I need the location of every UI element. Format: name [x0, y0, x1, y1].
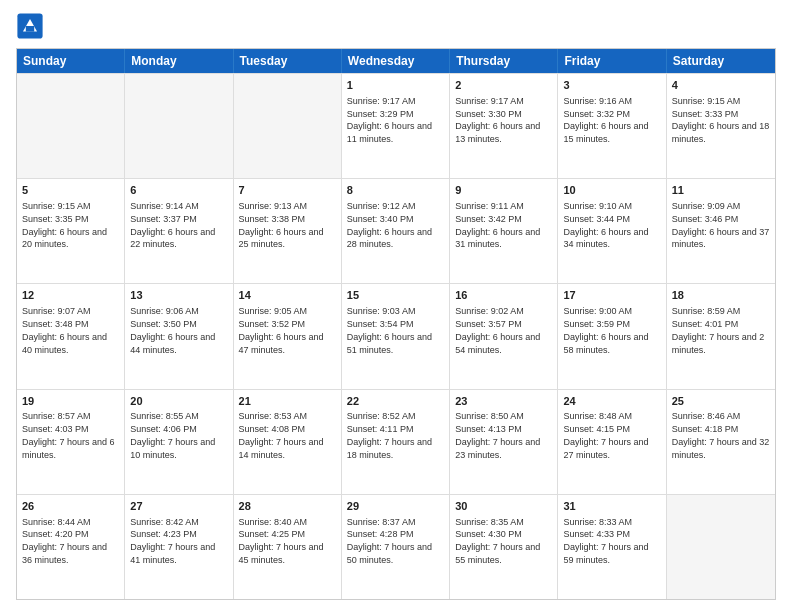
day-number-16: 16	[455, 288, 552, 303]
day-number-26: 26	[22, 499, 119, 514]
calendar-row-0: 1Sunrise: 9:17 AMSunset: 3:29 PMDaylight…	[17, 73, 775, 178]
day-24: 24Sunrise: 8:48 AMSunset: 4:15 PMDayligh…	[558, 390, 666, 494]
day-number-27: 27	[130, 499, 227, 514]
day-6: 6Sunrise: 9:14 AMSunset: 3:37 PMDaylight…	[125, 179, 233, 283]
calendar-body: 1Sunrise: 9:17 AMSunset: 3:29 PMDaylight…	[17, 73, 775, 599]
day-14: 14Sunrise: 9:05 AMSunset: 3:52 PMDayligh…	[234, 284, 342, 388]
day-number-24: 24	[563, 394, 660, 409]
weekday-thursday: Thursday	[450, 49, 558, 73]
day-number-17: 17	[563, 288, 660, 303]
day-number-10: 10	[563, 183, 660, 198]
day-info-13: Sunrise: 9:06 AMSunset: 3:50 PMDaylight:…	[130, 306, 215, 354]
day-info-14: Sunrise: 9:05 AMSunset: 3:52 PMDaylight:…	[239, 306, 324, 354]
day-info-31: Sunrise: 8:33 AMSunset: 4:33 PMDaylight:…	[563, 517, 648, 565]
calendar-row-4: 26Sunrise: 8:44 AMSunset: 4:20 PMDayligh…	[17, 494, 775, 599]
day-22: 22Sunrise: 8:52 AMSunset: 4:11 PMDayligh…	[342, 390, 450, 494]
day-number-9: 9	[455, 183, 552, 198]
day-2: 2Sunrise: 9:17 AMSunset: 3:30 PMDaylight…	[450, 74, 558, 178]
day-info-25: Sunrise: 8:46 AMSunset: 4:18 PMDaylight:…	[672, 411, 770, 459]
day-3: 3Sunrise: 9:16 AMSunset: 3:32 PMDaylight…	[558, 74, 666, 178]
day-info-6: Sunrise: 9:14 AMSunset: 3:37 PMDaylight:…	[130, 201, 215, 249]
day-info-23: Sunrise: 8:50 AMSunset: 4:13 PMDaylight:…	[455, 411, 540, 459]
day-15: 15Sunrise: 9:03 AMSunset: 3:54 PMDayligh…	[342, 284, 450, 388]
day-9: 9Sunrise: 9:11 AMSunset: 3:42 PMDaylight…	[450, 179, 558, 283]
day-number-13: 13	[130, 288, 227, 303]
empty-cell-0-0	[17, 74, 125, 178]
logo-icon	[16, 12, 44, 40]
day-19: 19Sunrise: 8:57 AMSunset: 4:03 PMDayligh…	[17, 390, 125, 494]
day-info-20: Sunrise: 8:55 AMSunset: 4:06 PMDaylight:…	[130, 411, 215, 459]
day-11: 11Sunrise: 9:09 AMSunset: 3:46 PMDayligh…	[667, 179, 775, 283]
day-18: 18Sunrise: 8:59 AMSunset: 4:01 PMDayligh…	[667, 284, 775, 388]
day-info-29: Sunrise: 8:37 AMSunset: 4:28 PMDaylight:…	[347, 517, 432, 565]
calendar-header: SundayMondayTuesdayWednesdayThursdayFrid…	[17, 49, 775, 73]
day-info-11: Sunrise: 9:09 AMSunset: 3:46 PMDaylight:…	[672, 201, 770, 249]
day-7: 7Sunrise: 9:13 AMSunset: 3:38 PMDaylight…	[234, 179, 342, 283]
day-30: 30Sunrise: 8:35 AMSunset: 4:30 PMDayligh…	[450, 495, 558, 599]
day-info-19: Sunrise: 8:57 AMSunset: 4:03 PMDaylight:…	[22, 411, 115, 459]
day-info-18: Sunrise: 8:59 AMSunset: 4:01 PMDaylight:…	[672, 306, 765, 354]
day-number-7: 7	[239, 183, 336, 198]
day-28: 28Sunrise: 8:40 AMSunset: 4:25 PMDayligh…	[234, 495, 342, 599]
day-21: 21Sunrise: 8:53 AMSunset: 4:08 PMDayligh…	[234, 390, 342, 494]
day-info-28: Sunrise: 8:40 AMSunset: 4:25 PMDaylight:…	[239, 517, 324, 565]
day-number-30: 30	[455, 499, 552, 514]
day-info-16: Sunrise: 9:02 AMSunset: 3:57 PMDaylight:…	[455, 306, 540, 354]
svg-rect-2	[26, 26, 34, 32]
day-number-22: 22	[347, 394, 444, 409]
day-number-19: 19	[22, 394, 119, 409]
day-number-12: 12	[22, 288, 119, 303]
weekday-friday: Friday	[558, 49, 666, 73]
day-number-6: 6	[130, 183, 227, 198]
day-4: 4Sunrise: 9:15 AMSunset: 3:33 PMDaylight…	[667, 74, 775, 178]
day-number-28: 28	[239, 499, 336, 514]
day-8: 8Sunrise: 9:12 AMSunset: 3:40 PMDaylight…	[342, 179, 450, 283]
calendar: SundayMondayTuesdayWednesdayThursdayFrid…	[16, 48, 776, 600]
day-13: 13Sunrise: 9:06 AMSunset: 3:50 PMDayligh…	[125, 284, 233, 388]
day-info-8: Sunrise: 9:12 AMSunset: 3:40 PMDaylight:…	[347, 201, 432, 249]
day-17: 17Sunrise: 9:00 AMSunset: 3:59 PMDayligh…	[558, 284, 666, 388]
day-info-4: Sunrise: 9:15 AMSunset: 3:33 PMDaylight:…	[672, 96, 770, 144]
day-info-26: Sunrise: 8:44 AMSunset: 4:20 PMDaylight:…	[22, 517, 107, 565]
weekday-wednesday: Wednesday	[342, 49, 450, 73]
day-number-8: 8	[347, 183, 444, 198]
day-number-25: 25	[672, 394, 770, 409]
day-info-1: Sunrise: 9:17 AMSunset: 3:29 PMDaylight:…	[347, 96, 432, 144]
weekday-saturday: Saturday	[667, 49, 775, 73]
weekday-tuesday: Tuesday	[234, 49, 342, 73]
day-info-22: Sunrise: 8:52 AMSunset: 4:11 PMDaylight:…	[347, 411, 432, 459]
weekday-sunday: Sunday	[17, 49, 125, 73]
day-1: 1Sunrise: 9:17 AMSunset: 3:29 PMDaylight…	[342, 74, 450, 178]
logo	[16, 12, 46, 40]
day-16: 16Sunrise: 9:02 AMSunset: 3:57 PMDayligh…	[450, 284, 558, 388]
day-number-15: 15	[347, 288, 444, 303]
day-12: 12Sunrise: 9:07 AMSunset: 3:48 PMDayligh…	[17, 284, 125, 388]
day-number-29: 29	[347, 499, 444, 514]
day-number-31: 31	[563, 499, 660, 514]
day-info-9: Sunrise: 9:11 AMSunset: 3:42 PMDaylight:…	[455, 201, 540, 249]
calendar-row-1: 5Sunrise: 9:15 AMSunset: 3:35 PMDaylight…	[17, 178, 775, 283]
empty-cell-0-1	[125, 74, 233, 178]
empty-cell-4-6	[667, 495, 775, 599]
day-info-17: Sunrise: 9:00 AMSunset: 3:59 PMDaylight:…	[563, 306, 648, 354]
day-number-1: 1	[347, 78, 444, 93]
day-info-12: Sunrise: 9:07 AMSunset: 3:48 PMDaylight:…	[22, 306, 107, 354]
day-number-3: 3	[563, 78, 660, 93]
day-27: 27Sunrise: 8:42 AMSunset: 4:23 PMDayligh…	[125, 495, 233, 599]
day-number-20: 20	[130, 394, 227, 409]
day-23: 23Sunrise: 8:50 AMSunset: 4:13 PMDayligh…	[450, 390, 558, 494]
day-number-18: 18	[672, 288, 770, 303]
day-number-23: 23	[455, 394, 552, 409]
day-number-14: 14	[239, 288, 336, 303]
day-26: 26Sunrise: 8:44 AMSunset: 4:20 PMDayligh…	[17, 495, 125, 599]
day-info-21: Sunrise: 8:53 AMSunset: 4:08 PMDaylight:…	[239, 411, 324, 459]
day-number-21: 21	[239, 394, 336, 409]
day-number-11: 11	[672, 183, 770, 198]
calendar-row-2: 12Sunrise: 9:07 AMSunset: 3:48 PMDayligh…	[17, 283, 775, 388]
header	[16, 12, 776, 40]
day-info-24: Sunrise: 8:48 AMSunset: 4:15 PMDaylight:…	[563, 411, 648, 459]
day-29: 29Sunrise: 8:37 AMSunset: 4:28 PMDayligh…	[342, 495, 450, 599]
day-5: 5Sunrise: 9:15 AMSunset: 3:35 PMDaylight…	[17, 179, 125, 283]
day-31: 31Sunrise: 8:33 AMSunset: 4:33 PMDayligh…	[558, 495, 666, 599]
day-number-5: 5	[22, 183, 119, 198]
